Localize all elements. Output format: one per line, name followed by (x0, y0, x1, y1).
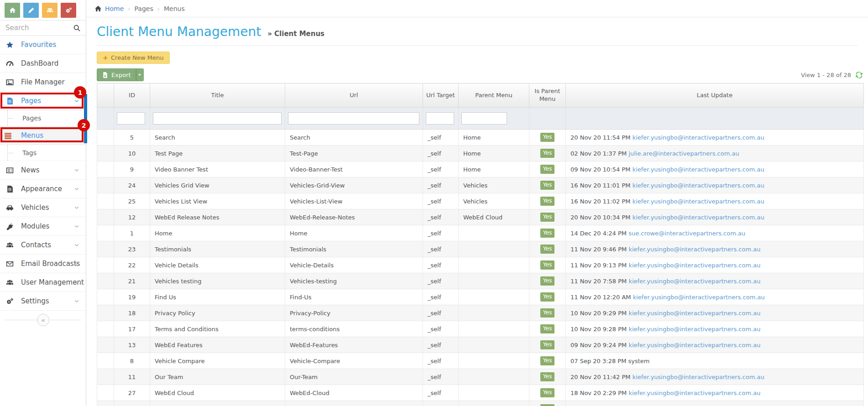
column-header-updated[interactable]: Last Update (566, 83, 864, 108)
sidebar-item-modules[interactable]: Modules (0, 217, 86, 236)
create-new-menu-button[interactable]: Create New Menu (97, 52, 170, 64)
file-icon (6, 97, 14, 105)
cell-parent-menu (459, 257, 529, 273)
last-update-user-link[interactable]: kiefer.yusingbo@interactivepartners.com.… (628, 310, 760, 317)
filter-title-input[interactable] (153, 112, 282, 125)
sidebar-collapse-row: « (0, 311, 86, 330)
annotation-step-1-badge: 1 (74, 86, 86, 99)
sidebar-item-label: File Manager (21, 78, 65, 86)
breadcrumb-separator: › (153, 5, 164, 12)
last-update-user-link[interactable]: kiefer.yusingbo@interactivepartners.com.… (628, 246, 760, 253)
newspaper-icon (6, 167, 14, 174)
quick-users-button[interactable] (42, 3, 58, 18)
filter-id-input[interactable] (117, 112, 145, 125)
cell-url-target: _self (423, 130, 459, 146)
sidebar-item-email-broadcasts[interactable]: Email Broadcasts (0, 255, 86, 273)
filter-url-input[interactable] (288, 112, 419, 125)
refresh-icon[interactable] (855, 71, 863, 79)
last-update-user-link[interactable]: kiefer.yusingbo@interactivepartners.com.… (633, 294, 765, 301)
filter-target-input[interactable] (426, 112, 454, 125)
cell-url: Home (285, 225, 423, 241)
sidebar-subitem-pages[interactable]: Pages (0, 110, 86, 126)
cell-parent-menu (459, 321, 529, 337)
cell-url: Find-Us (285, 289, 423, 305)
row-actions-cell (97, 146, 114, 161)
last-update-user-link[interactable]: kiefer.yusingbo@interactivepartners.com.… (633, 214, 764, 221)
cell-is-parent: Yes (529, 401, 566, 406)
last-update-user-link[interactable]: kiefer.yusingbo@interactivepartners.com.… (633, 134, 764, 141)
chevron-down-icon (74, 298, 79, 304)
column-header-id[interactable]: ID (114, 83, 150, 108)
column-header-url[interactable]: Url (285, 83, 423, 108)
sidebar-item-favourites[interactable]: Favourites (0, 36, 86, 54)
last-update-date: 14 Dec 20 4:24 PM (570, 230, 628, 237)
last-update-user-link[interactable]: kiefer.yusingbo@interactivepartners.com.… (633, 198, 764, 205)
breadcrumb-home[interactable]: Home (105, 5, 124, 12)
table-row: 9Video Banner TestVideo-Banner-Test_self… (97, 161, 864, 177)
sidebar-item-appearance[interactable]: Appearance (0, 180, 86, 198)
caret-down-icon (137, 73, 142, 77)
export-button[interactable]: Export (97, 68, 136, 81)
sidebar-item-vehicles[interactable]: Vehicles (0, 198, 86, 217)
last-update-user-link[interactable]: kiefer.yusingbo@interactivepartners.com.… (628, 342, 760, 349)
quick-home-button[interactable] (5, 3, 20, 18)
view-status-text: View 1 - 28 of 28 (801, 72, 851, 78)
column-header-title[interactable]: Title (150, 83, 285, 108)
sidebar-item-news[interactable]: News (0, 161, 86, 180)
table-row: 11Our TeamOur-Team_selfYes20 Nov 20 11:4… (97, 369, 864, 385)
last-update-user-link[interactable]: kiefer.yusingbo@interactivepartners.com.… (633, 374, 764, 380)
quick-toolbar (0, 0, 86, 20)
filter-parent-input[interactable] (461, 112, 507, 125)
table-row: 16VehiclesVehicles_selfYes11 Nov 20 6:05… (97, 401, 864, 406)
cell-id: 19 (114, 289, 150, 305)
last-update-user-link[interactable]: kiefer.yusingbo@interactivepartners.com.… (628, 390, 760, 396)
sidebar-item-contacts[interactable]: Contacts (0, 236, 86, 255)
last-update-date: 20 Nov 20 11:54 PM (570, 134, 633, 141)
sidebar-item-user-management[interactable]: User Management (0, 273, 86, 292)
export-dropdown-button[interactable] (136, 68, 144, 81)
row-actions-cell (97, 337, 114, 353)
cell-parent-menu (459, 305, 529, 321)
sidebar-item-file-manager[interactable]: File Manager (0, 73, 86, 92)
column-header-is_parent[interactable]: Is Parent Menu (529, 83, 566, 108)
last-update-date: 20 Nov 20 11:42 PM (570, 374, 633, 380)
table-row: 19Find UsFind-Us_selfYes11 Nov 20 12:20 … (97, 289, 864, 305)
cell-url-target: _self (423, 146, 459, 161)
quick-edit-button[interactable] (23, 3, 39, 18)
sidebar-subitem-tags[interactable]: Tags (0, 145, 86, 161)
dashboard-icon (6, 60, 14, 68)
last-update-user-link[interactable]: sue.crowe@interactivepartners.com.au (628, 230, 745, 237)
last-update-user-link[interactable]: kiefer.yusingbo@interactivepartners.com.… (628, 262, 760, 269)
last-update-user-link[interactable]: julie.are@interactivepartners.com.au (628, 150, 739, 157)
envelope-icon (6, 260, 14, 268)
cell-last-update: 09 Nov 20 9:24 PM kiefer.yusingbo@intera… (566, 337, 864, 353)
column-header-actions[interactable] (97, 83, 114, 108)
cell-parent-menu: Home (459, 130, 529, 146)
last-update-user-link[interactable]: kiefer.yusingbo@interactivepartners.com.… (628, 278, 760, 285)
collapse-sidebar-button[interactable]: « (37, 314, 49, 326)
is-parent-badge: Yes (540, 372, 554, 381)
sidebar-item-label: Modules (21, 222, 49, 230)
table-filter-row (97, 108, 864, 130)
cell-is-parent: Yes (529, 225, 566, 241)
sidebar-subitem-menus[interactable]: Menus (0, 126, 86, 145)
cell-url-target: _self (423, 305, 459, 321)
quick-settings-button[interactable] (61, 3, 76, 18)
cell-last-update: 20 Nov 20 10:34 PM kiefer.yusingbo@inter… (566, 209, 864, 225)
cell-id: 13 (114, 337, 150, 353)
cell-title: Vehicles (150, 401, 285, 406)
sidebar-item-label: DashBoard (21, 59, 58, 68)
column-header-parent[interactable]: Parent Menu (459, 83, 529, 108)
cell-url-target: _self (423, 337, 459, 353)
last-update-user-link[interactable]: kiefer.yusingbo@interactivepartners.com.… (633, 182, 764, 189)
cell-url-target: _self (423, 161, 459, 177)
last-update-user-link[interactable]: kiefer.yusingbo@interactivepartners.com.… (633, 166, 764, 173)
last-update-user-link[interactable]: kiefer.yusingbo@interactivepartners.com.… (628, 326, 760, 333)
column-header-target[interactable]: Url Target (423, 83, 459, 108)
cell-last-update: 18 Nov 20 2:29 PM kiefer.yusingbo@intera… (566, 385, 864, 401)
cell-parent-menu: Home (459, 146, 529, 161)
row-actions-cell (97, 273, 114, 289)
sidebar-item-pages[interactable]: Pages (0, 92, 86, 110)
sidebar-item-settings[interactable]: Settings (0, 292, 86, 311)
sidebar-item-dashboard[interactable]: DashBoard (0, 54, 86, 73)
